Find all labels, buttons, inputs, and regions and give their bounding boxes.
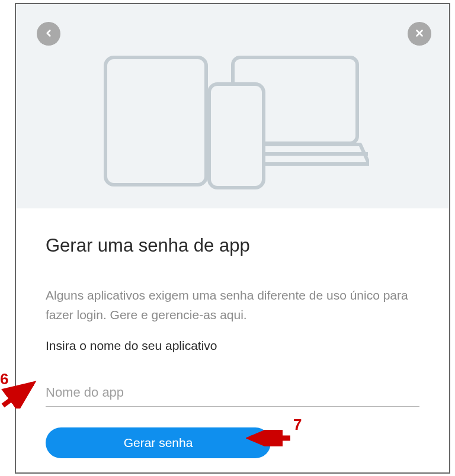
input-instruction: Insira o nome do seu aplicativo — [46, 339, 419, 353]
annotation-step-6-label: 6 — [0, 370, 8, 388]
dialog-header — [16, 4, 449, 208]
close-icon — [414, 28, 425, 40]
app-name-input[interactable] — [46, 382, 419, 407]
dialog-content: Gerar uma senha de app Alguns aplicativo… — [16, 208, 449, 458]
close-button[interactable] — [408, 22, 431, 46]
dialog-description: Alguns aplicativos exigem uma senha dife… — [46, 286, 419, 324]
chevron-left-icon — [43, 28, 54, 40]
svg-rect-2 — [105, 57, 206, 185]
dialog-title: Gerar uma senha de app — [46, 235, 419, 256]
back-button[interactable] — [37, 22, 60, 46]
svg-rect-5 — [209, 84, 264, 188]
app-password-dialog: Gerar uma senha de app Alguns aplicativo… — [15, 3, 450, 474]
input-wrapper — [46, 382, 419, 407]
generate-password-button[interactable]: Gerar senha — [46, 427, 271, 458]
devices-illustration-icon — [97, 49, 369, 191]
